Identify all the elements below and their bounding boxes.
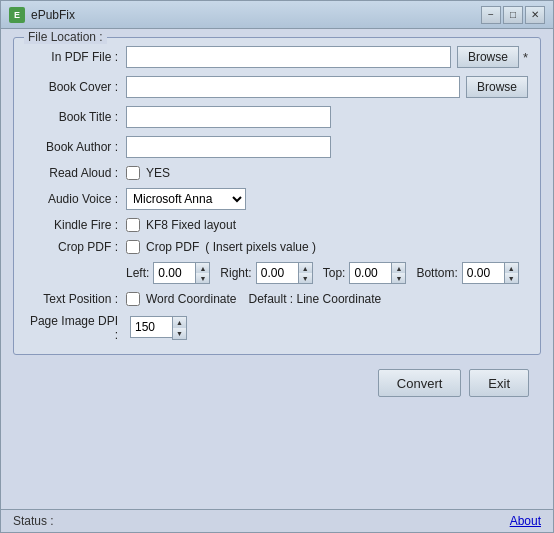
status-bar: Status : About	[1, 509, 553, 532]
dpi-input[interactable]	[130, 316, 172, 338]
title-bar: E ePubFix − □ ✕	[1, 1, 553, 29]
default-coordinate-label: Default : Line Coordinate	[249, 292, 382, 306]
left-label: Left:	[126, 266, 149, 280]
read-aloud-checkbox[interactable]	[126, 166, 140, 180]
top-up-button[interactable]: ▲	[392, 263, 405, 273]
status-label: Status :	[13, 514, 54, 528]
window-controls: − □ ✕	[481, 6, 545, 24]
crop-label: Crop PDF	[146, 240, 199, 254]
right-input[interactable]	[256, 262, 298, 284]
book-title-input[interactable]	[126, 106, 331, 128]
bottom-buttons: Convert Exit	[13, 363, 541, 403]
top-spin: ▲ ▼	[349, 262, 404, 284]
pdf-browse-button[interactable]: Browse	[457, 46, 519, 68]
book-title-label: Book Title :	[26, 110, 126, 124]
text-position-row: Text Position : Word Coordinate Default …	[26, 292, 528, 306]
bottom-spin: ▲ ▼	[462, 262, 517, 284]
audio-voice-row: Audio Voice : Microsoft Anna Microsoft D…	[26, 188, 528, 210]
dpi-spin-buttons: ▲ ▼	[172, 316, 187, 340]
page-dpi-row: Page Image DPI : ▲ ▼	[26, 314, 528, 342]
exit-button[interactable]: Exit	[469, 369, 529, 397]
dpi-up-button[interactable]: ▲	[173, 317, 186, 328]
top-spin-buttons: ▲ ▼	[391, 262, 406, 284]
group-label: File Location :	[24, 30, 107, 44]
kf8-label: KF8 Fixed layout	[146, 218, 236, 232]
book-author-row: Book Author :	[26, 136, 528, 158]
bottom-spin-buttons: ▲ ▼	[504, 262, 519, 284]
app-icon: E	[9, 7, 25, 23]
content-area: File Location : In PDF File : Browse * B…	[1, 29, 553, 509]
left-down-button[interactable]: ▼	[196, 273, 209, 283]
book-cover-row: Book Cover : Browse	[26, 76, 528, 98]
kindle-fire-row: Kindle Fire : KF8 Fixed layout	[26, 218, 528, 232]
book-author-label: Book Author :	[26, 140, 126, 154]
dpi-spinner: ▲ ▼	[130, 316, 187, 340]
right-spin: ▲ ▼	[256, 262, 311, 284]
audio-voice-select[interactable]: Microsoft Anna Microsoft David Microsoft…	[126, 188, 246, 210]
text-position-checkbox[interactable]	[126, 292, 140, 306]
minimize-button[interactable]: −	[481, 6, 501, 24]
crop-pdf-checkbox[interactable]	[126, 240, 140, 254]
pdf-file-row: In PDF File : Browse *	[26, 46, 528, 68]
left-up-button[interactable]: ▲	[196, 263, 209, 273]
required-asterisk: *	[523, 50, 528, 65]
left-input[interactable]	[153, 262, 195, 284]
close-button[interactable]: ✕	[525, 6, 545, 24]
left-spin-buttons: ▲ ▼	[195, 262, 210, 284]
crop-values-row: Left: ▲ ▼ Right: ▲ ▼ Top:	[26, 262, 528, 284]
book-author-input[interactable]	[126, 136, 331, 158]
bottom-input[interactable]	[462, 262, 504, 284]
right-down-button[interactable]: ▼	[299, 273, 312, 283]
about-link[interactable]: About	[510, 514, 541, 528]
book-title-row: Book Title :	[26, 106, 528, 128]
top-label: Top:	[323, 266, 346, 280]
read-aloud-row: Read Aloud : YES	[26, 166, 528, 180]
cover-browse-button[interactable]: Browse	[466, 76, 528, 98]
convert-button[interactable]: Convert	[378, 369, 462, 397]
kindle-fire-checkbox[interactable]	[126, 218, 140, 232]
kindle-fire-label: Kindle Fire :	[26, 218, 126, 232]
file-location-group: File Location : In PDF File : Browse * B…	[13, 37, 541, 355]
yes-label: YES	[146, 166, 170, 180]
crop-pdf-row: Crop PDF : Crop PDF ( Insert pixels valu…	[26, 240, 528, 254]
bottom-up-button[interactable]: ▲	[505, 263, 518, 273]
right-label: Right:	[220, 266, 251, 280]
crop-pdf-label: Crop PDF :	[26, 240, 126, 254]
text-position-label: Text Position :	[26, 292, 126, 306]
book-cover-label: Book Cover :	[26, 80, 126, 94]
crop-insert-label: ( Insert pixels value )	[205, 240, 316, 254]
main-window: E ePubFix − □ ✕ File Location : In PDF F…	[0, 0, 554, 533]
maximize-button[interactable]: □	[503, 6, 523, 24]
right-spin-buttons: ▲ ▼	[298, 262, 313, 284]
window-title: ePubFix	[31, 8, 75, 22]
pdf-file-label: In PDF File :	[26, 50, 126, 64]
right-up-button[interactable]: ▲	[299, 263, 312, 273]
pdf-file-input[interactable]	[126, 46, 451, 68]
bottom-label: Bottom:	[416, 266, 457, 280]
left-spin: ▲ ▼	[153, 262, 208, 284]
book-cover-input[interactable]	[126, 76, 460, 98]
audio-voice-label: Audio Voice :	[26, 192, 126, 206]
word-coordinate-label: Word Coordinate	[146, 292, 237, 306]
page-dpi-label: Page Image DPI :	[26, 314, 126, 342]
top-input[interactable]	[349, 262, 391, 284]
top-down-button[interactable]: ▼	[392, 273, 405, 283]
read-aloud-label: Read Aloud :	[26, 166, 126, 180]
bottom-down-button[interactable]: ▼	[505, 273, 518, 283]
dpi-down-button[interactable]: ▼	[173, 328, 186, 339]
